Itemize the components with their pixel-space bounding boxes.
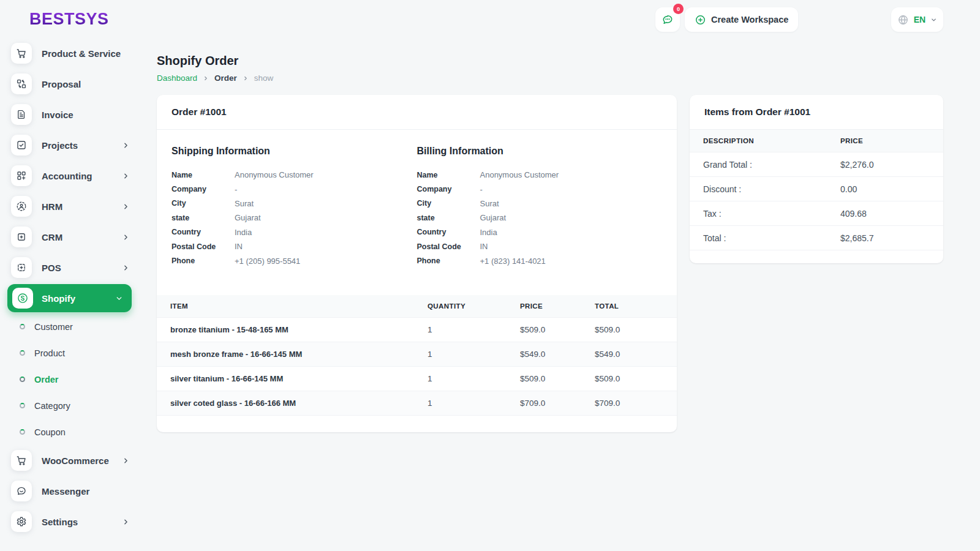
info-row: Phone+1 (205) 995-5541 [172, 253, 417, 268]
sidebar-item-crm[interactable]: CRM [0, 222, 142, 252]
chevron-right-icon [122, 141, 130, 149]
shipping-heading: Shipping Information [172, 146, 417, 157]
table-row: silver titanium - 16-66-145 MM 1 $509.0 … [157, 366, 677, 391]
info-row: Postal CodeIN [417, 239, 663, 253]
sidebar-item-proposal[interactable]: Proposal [0, 69, 142, 99]
circle-bullet-icon [20, 429, 25, 435]
sidebar-item-invoice[interactable]: Invoice [0, 99, 142, 130]
breadcrumb-current: show [254, 73, 274, 83]
info-row: CountryIndia [172, 225, 417, 239]
summary-card-title: Items from Order #1001 [704, 107, 810, 117]
chevron-down-icon [930, 17, 937, 23]
table-row: silver coted glass - 16-66-166 MM 1 $709… [157, 391, 677, 415]
topbar: 0 Create Workspace EN [0, 7, 980, 32]
sidebar-item-settings[interactable]: Settings [0, 506, 142, 537]
circle-bullet-icon [20, 403, 25, 408]
breadcrumb: Dashboard Order show [157, 73, 273, 83]
cart-icon [11, 43, 32, 64]
sidebar-item-label: POS [42, 263, 122, 273]
breadcrumb-order-link[interactable]: Order [214, 73, 237, 83]
sidebar-item-product-service[interactable]: Product & Service [0, 38, 142, 69]
info-row: NameAnonymous Customer [417, 168, 663, 182]
summary-card-footer [690, 250, 943, 263]
chat-bubble-icon [662, 13, 674, 26]
language-selector[interactable]: EN [891, 7, 943, 32]
breadcrumb-dashboard-link[interactable]: Dashboard [157, 73, 197, 83]
chevron-right-icon [122, 457, 130, 465]
create-workspace-button[interactable]: Create Workspace [685, 7, 798, 32]
shipping-information-section: Shipping Information NameAnonymous Custo… [172, 146, 417, 268]
gear-icon [11, 511, 32, 532]
sidebar-subitem-label: Order [34, 375, 59, 384]
sidebar-item-label: Proposal [42, 79, 130, 89]
chat-badge: 0 [673, 4, 684, 14]
info-row: Phone+1 (823) 141-4021 [417, 253, 663, 268]
sidebar-subitem-label: Coupon [34, 427, 66, 437]
circle-bullet-icon [20, 377, 25, 382]
summary-row-total: Total : $2,685.7 [690, 225, 943, 250]
sidebar-item-label: Invoice [42, 110, 130, 120]
info-row: Postal CodeIN [172, 239, 417, 253]
chevron-right-icon [203, 75, 209, 81]
sidebar-item-label: Shopify [42, 293, 115, 304]
sidebar-subitem-label: Category [34, 401, 70, 411]
billing-heading: Billing Information [417, 146, 663, 157]
summary-row-tax: Tax : 409.68 [690, 201, 943, 225]
sidebar-subitem-customer[interactable]: Customer [0, 313, 142, 340]
summary-card-header: Items from Order #1001 [690, 95, 943, 130]
order-card-title: Order #1001 [172, 107, 227, 117]
order-items-table: ITEM QUANTITY PRICE TOTAL bronze titaniu… [157, 295, 677, 415]
chevron-right-icon [122, 233, 130, 241]
shopify-icon [12, 288, 33, 309]
crm-frame-icon [11, 227, 32, 247]
chevron-down-icon [115, 294, 123, 302]
sidebar-subitem-product[interactable]: Product [0, 340, 142, 366]
summary-row-discount: Discount : 0.00 [690, 176, 943, 201]
page-title: Shopify Order [157, 54, 273, 68]
chat-button[interactable]: 0 [655, 7, 680, 32]
messenger-icon [11, 481, 32, 501]
summary-table-header: DESCRIPTION PRICE [690, 130, 943, 152]
chevron-right-icon [243, 75, 249, 81]
sidebar-item-hrm[interactable]: HRM [0, 191, 142, 222]
sidebar-subitem-label: Customer [34, 322, 73, 332]
sidebar-item-shopify[interactable]: Shopify [7, 284, 132, 312]
sidebar: BESTSYS Product & Service Proposal Invoi… [0, 0, 142, 551]
chevron-right-icon [122, 172, 130, 180]
globe-icon [897, 14, 909, 26]
sidebar-item-label: Projects [42, 140, 122, 151]
sidebar-item-messenger[interactable]: Messenger [0, 476, 142, 506]
accounting-grid-icon [11, 165, 32, 186]
circle-bullet-icon [20, 350, 25, 356]
info-row: NameAnonymous Customer [172, 168, 417, 182]
sidebar-item-projects[interactable]: Projects [0, 130, 142, 160]
info-row: Company- [172, 182, 417, 196]
language-label: EN [914, 15, 925, 24]
sidebar-item-label: HRM [42, 201, 122, 212]
create-workspace-label: Create Workspace [711, 15, 788, 24]
sidebar-item-accounting[interactable]: Accounting [0, 160, 142, 191]
order-card-footer [157, 415, 677, 432]
sidebar-subitem-order[interactable]: Order [0, 366, 142, 392]
billing-information-section: Billing Information NameAnonymous Custom… [417, 146, 663, 268]
proposal-icon [11, 73, 32, 94]
hrm-user-icon [11, 196, 32, 217]
sidebar-subitem-coupon[interactable]: Coupon [0, 419, 142, 445]
sidebar-item-label: Messenger [42, 486, 130, 497]
info-row: Company- [417, 182, 663, 196]
info-row: stateGujarat [172, 211, 417, 225]
sidebar-item-pos[interactable]: POS [0, 252, 142, 283]
sidebar-subitem-category[interactable]: Category [0, 392, 142, 419]
order-detail-card: Order #1001 Shipping Information NameAno… [157, 95, 677, 432]
sidebar-item-label: CRM [42, 232, 122, 242]
circle-bullet-icon [20, 324, 25, 329]
sidebar-item-label: Product & Service [42, 48, 130, 59]
chevron-right-icon [122, 518, 130, 526]
cart-icon [11, 450, 32, 471]
order-card-header: Order #1001 [157, 95, 677, 130]
sidebar-item-woocommerce[interactable]: WooCommerce [0, 445, 142, 476]
chevron-right-icon [122, 203, 130, 211]
info-row: CountryIndia [417, 225, 663, 239]
sidebar-subitem-label: Product [34, 348, 65, 358]
sidebar-item-label: WooCommerce [42, 455, 122, 466]
